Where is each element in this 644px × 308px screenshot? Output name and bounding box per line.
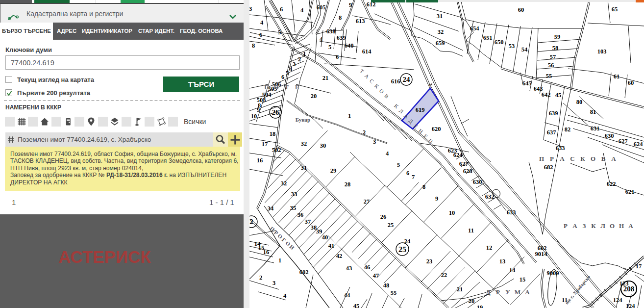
svg-text:Д: Д [486,288,491,296]
svg-text:642: 642 [542,91,551,98]
svg-text:55: 55 [546,73,552,79]
svg-text:22: 22 [441,272,447,279]
svg-text:Н: Н [619,222,624,230]
svg-text:613: 613 [356,18,365,25]
svg-text:О: О [274,84,278,91]
svg-text:40: 40 [322,234,328,241]
svg-text:13: 13 [499,258,506,265]
svg-text:43: 43 [346,265,352,272]
svg-text:645: 645 [522,80,532,87]
svg-text:5: 5 [397,161,400,168]
svg-text:32: 32 [438,28,444,35]
svg-text:5: 5 [286,70,289,77]
svg-text:631: 631 [591,125,600,132]
svg-text:14: 14 [509,267,516,274]
svg-text:60: 60 [628,79,634,86]
svg-text:45: 45 [353,303,360,308]
svg-text:24: 24 [403,76,411,83]
svg-text:10: 10 [251,113,257,120]
svg-text:2: 2 [298,56,301,63]
svg-text:35: 35 [290,205,297,211]
svg-text:11: 11 [468,227,474,234]
svg-text:12: 12 [486,244,493,251]
svg-text:23: 23 [426,258,433,265]
svg-text:34: 34 [268,205,274,212]
svg-text:65: 65 [612,6,618,13]
svg-text:Е: Е [422,133,429,140]
svg-text:3: 3 [293,61,296,68]
svg-text:1: 1 [348,112,351,119]
svg-text:2: 2 [259,274,262,281]
svg-text:80: 80 [576,99,583,105]
svg-text:А: А [525,288,530,296]
svg-text:20: 20 [469,298,475,305]
svg-text:4: 4 [320,36,323,43]
svg-text:9: 9 [435,195,438,202]
svg-text:31: 31 [437,13,443,20]
svg-text:А: А [364,73,371,79]
svg-text:630: 630 [473,179,482,185]
svg-text:Бунар: Бунар [296,117,310,123]
svg-text:О: О [591,155,595,162]
svg-text:С: С [570,155,574,162]
svg-text:47: 47 [373,272,379,279]
svg-text:640: 640 [345,42,354,49]
svg-text:25: 25 [388,222,394,229]
svg-text:6: 6 [281,74,284,80]
svg-text:48: 48 [383,282,390,289]
svg-text:16: 16 [257,157,263,164]
svg-text:630: 630 [605,132,614,139]
svg-text:Р: Р [496,288,500,296]
svg-text:С: С [369,77,375,84]
svg-text:39: 39 [316,228,322,235]
svg-text:208: 208 [623,285,635,293]
svg-text:654: 654 [470,25,480,32]
svg-text:1: 1 [278,257,281,264]
svg-text:28: 28 [345,181,351,188]
svg-text:29: 29 [330,167,337,174]
svg-text:6: 6 [406,170,409,177]
svg-text:10: 10 [449,209,455,216]
svg-text:А: А [611,155,616,162]
svg-text:103: 103 [597,48,607,55]
svg-text:А: А [572,222,577,230]
svg-text:З: З [583,222,586,230]
svg-text:1: 1 [303,51,306,57]
svg-text:60: 60 [518,6,524,13]
svg-text:3: 3 [249,5,252,12]
svg-text:4: 4 [289,66,293,73]
svg-text:7: 7 [412,174,415,180]
svg-text:32: 32 [301,140,307,147]
svg-text:9014: 9014 [535,251,548,257]
svg-text:81: 81 [590,108,596,115]
svg-text:Т: Т [285,84,289,91]
svg-text:124: 124 [613,297,623,304]
svg-text:2: 2 [363,129,366,136]
svg-text:А: А [628,222,633,230]
svg-text:4: 4 [300,7,304,14]
svg-text:Е: Е [295,84,299,91]
svg-text:К: К [393,103,400,109]
svg-text:М: М [515,288,520,296]
svg-text:37: 37 [305,218,311,225]
svg-text:650: 650 [495,39,504,46]
svg-text:627: 627 [459,160,469,167]
svg-text:4: 4 [386,150,389,157]
svg-text:619: 619 [416,106,425,113]
svg-text:46: 46 [364,264,371,271]
svg-text:Ц: Ц [427,138,434,145]
svg-text:Р: Р [550,155,554,162]
svg-text:2: 2 [249,218,253,226]
svg-text:9: 9 [349,1,352,8]
svg-text:628: 628 [463,168,472,175]
svg-text:9: 9 [257,106,260,113]
svg-text:32: 32 [281,180,287,187]
svg-text:58: 58 [552,45,559,51]
svg-text:6: 6 [336,53,339,60]
svg-text:24: 24 [404,238,411,245]
svg-text:16: 16 [263,249,270,256]
svg-text:Л: Л [600,222,605,230]
svg-text:21: 21 [322,75,329,81]
svg-text:17: 17 [636,263,642,270]
svg-text:502: 502 [272,147,281,154]
